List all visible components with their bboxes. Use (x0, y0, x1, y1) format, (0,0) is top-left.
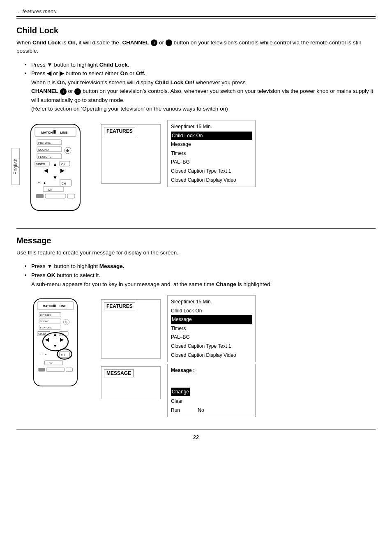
bottom-divider (16, 430, 376, 430)
svg-text:VIDEO: VIDEO (36, 163, 45, 166)
child-lock-heading: Child Lock (16, 26, 376, 35)
svg-text:FEATURE: FEATURE (38, 155, 51, 158)
message-diagram-row: MATCH III LINE PICTURE SOUND ⏻ FEATURE (21, 295, 376, 417)
svg-text:LINE: LINE (60, 305, 66, 307)
menu-row-ccdisplay-2: Closed Caption Display Video (171, 351, 252, 360)
ccdisplay-label-1: Closed Caption Display (171, 177, 222, 183)
remote-control-1: MATCH III LINE PICTURE SOUND ⏻ FEATURE (21, 120, 95, 216)
svg-text:⏻: ⏻ (66, 149, 69, 152)
menu-row-message-1: Message (171, 140, 252, 149)
timers-label-2: Timers (171, 326, 186, 331)
timers-label-1: Timers (171, 150, 186, 156)
svg-rect-30 (34, 299, 77, 386)
on-bold2: On, (57, 79, 67, 85)
menu-row-palbg-2: PAL–BG (171, 333, 252, 342)
right-arrow-1: ▶ (60, 70, 64, 76)
menu-row-cctype-2: Closed Caption Type Text 1 (171, 342, 252, 351)
svg-rect-29 (67, 194, 75, 198)
menu-row-sleeptimer-1: Sleeptimer 15 Min. (171, 122, 252, 132)
down-arrow-1: ▼ (47, 62, 52, 68)
message-bullets: Press ▼ button to highlight Message. Pre… (25, 262, 376, 289)
left-arrow-1: ◀ (47, 70, 51, 76)
change-label: Change (172, 389, 189, 395)
svg-rect-59 (38, 368, 45, 372)
svg-rect-60 (46, 368, 65, 372)
change-bold: Change (216, 281, 237, 287)
child-lock-right-screen: Sleeptimer 15 Min. Child Lock On Message… (167, 120, 256, 187)
svg-rect-61 (66, 368, 73, 372)
svg-text:CH: CH (62, 182, 66, 185)
run-value: No (198, 407, 204, 413)
section-divider (16, 228, 376, 229)
channel-plus-icon: + (151, 39, 157, 46)
childlock-value-1: On (196, 133, 203, 139)
cctype-value-2: Text 1 (218, 343, 231, 349)
svg-rect-25 (43, 187, 64, 192)
palbg-label-2: PAL–BG (171, 334, 190, 340)
child-lock-intro: When Child Lock is On, it will disable t… (16, 39, 376, 55)
sidebar-english-label: English (12, 148, 20, 185)
message-heading: Message (16, 236, 376, 245)
off-text: Off. (136, 70, 145, 76)
on-bold: On, (68, 39, 77, 46)
message-sub-menu-screen: Message : Change Clear Run No (167, 364, 256, 417)
message-tab-label: MESSAGE (104, 369, 134, 377)
svg-text:SOUND: SOUND (40, 320, 50, 323)
message-intro: Use this feature to create your message … (16, 249, 376, 257)
svg-text:◀: ◀ (45, 337, 49, 342)
sleeptimer-label-1: Sleeptimer (171, 124, 194, 129)
cctype-label-1: Closed Caption Type (171, 168, 217, 174)
ccdisplay-label-2: Closed Caption Display (171, 352, 222, 358)
menu-row-timers-2: Timers (171, 324, 252, 333)
palbg-label-1: PAL–BG (171, 159, 190, 165)
svg-text:OK: OK (49, 362, 53, 365)
remote-svg-2: MATCH III LINE PICTURE SOUND ⏻ FEATURE (21, 295, 90, 390)
top-divider2 (16, 18, 376, 18)
message-sub-title: Message : (171, 366, 252, 375)
svg-text:+: + (40, 352, 42, 356)
message-label-2: Message (172, 315, 192, 324)
svg-text:⏻: ⏻ (65, 321, 67, 323)
child-lock-diagram-row: MATCH III LINE PICTURE SOUND ⏻ FEATURE (21, 120, 376, 216)
message-clear-row: Clear (171, 397, 252, 406)
clear-label: Clear (171, 398, 183, 404)
message-sub-text: A sub-menu appears for you to key in you… (31, 281, 272, 287)
child-lock-bullet-2: Press ◀ or ▶ button to select either On … (25, 69, 376, 113)
menu-row-sleeptimer-2: Sleeptimer 15 Min. (171, 298, 252, 307)
child-lock-bullets: Press ▼ button to highlight Child Lock. … (25, 60, 376, 114)
childlock-label-1: Child Lock (172, 133, 195, 139)
cctype-value-1: Text 1 (218, 168, 231, 174)
message-section: Message Use this feature to create your … (16, 236, 376, 417)
top-label: ... features menu (16, 8, 376, 14)
sleeptimer-value-2: 15 Min. (196, 299, 212, 305)
message-right-screen-col: Sleeptimer 15 Min. Child Lock On Message… (167, 295, 256, 417)
features-label-1: FEATURES (104, 127, 135, 135)
svg-text:III: III (53, 129, 56, 134)
sleeptimer-value-1: 15 Min. (196, 124, 212, 129)
childlock-label-2: Child Lock (171, 308, 194, 314)
cctype-label-2: Closed Caption Type (171, 343, 217, 349)
menu-row-childlock-2: Child Lock On (171, 307, 252, 316)
remote-control-2: MATCH III LINE PICTURE SOUND ⏻ FEATURE (21, 295, 95, 391)
child-lock-section: Child Lock When Child Lock is On, it wil… (16, 26, 376, 216)
svg-text:▲: ▲ (44, 353, 47, 356)
channel-minus-icon: – (166, 39, 172, 46)
message-change-highlighted: Change (171, 388, 190, 397)
svg-text:SOUND: SOUND (38, 148, 48, 151)
svg-text:VIDEO: VIDEO (38, 333, 46, 335)
svg-text:▶: ▶ (60, 168, 65, 173)
child-lock-bold: Child Lock (32, 39, 61, 46)
svg-text:PICTURE: PICTURE (38, 141, 51, 144)
child-lock-sub-text: When it is On, your television's screen … (31, 79, 373, 112)
svg-text:OK: OK (48, 188, 52, 191)
svg-text:FEATURE: FEATURE (40, 326, 52, 329)
svg-text:▶: ▶ (60, 337, 64, 342)
message-middle-col: FEATURES MESSAGE (101, 295, 161, 399)
run-label: Run (171, 407, 180, 413)
childlock-value-2: On (195, 308, 202, 314)
message-bold: Message. (99, 263, 125, 269)
features-box-2: FEATURES (101, 299, 161, 359)
page-number: 22 (16, 434, 376, 440)
message-input-area (171, 377, 252, 385)
menu-row-palbg-1: PAL–BG (171, 158, 252, 167)
